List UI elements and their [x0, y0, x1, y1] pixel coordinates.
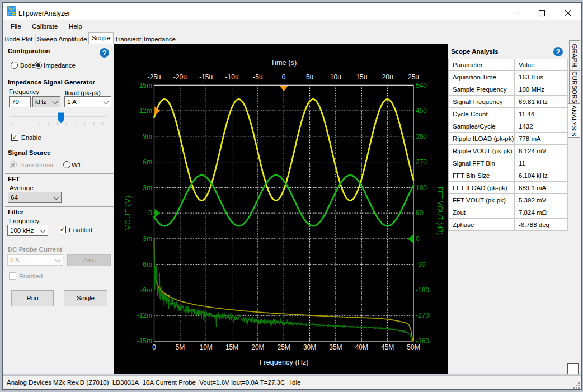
svg-text:40M: 40M [355, 343, 368, 351]
svg-text:9m: 9m [143, 133, 152, 140]
svg-text:-20u: -20u [173, 73, 187, 81]
svg-text:Frequency (Hz): Frequency (Hz) [259, 358, 308, 366]
svg-text:0: 0 [152, 343, 156, 351]
svg-text:15M: 15M [225, 343, 238, 351]
svg-text:20M: 20M [251, 343, 264, 351]
svg-text:450: 450 [416, 107, 427, 115]
svg-text:15m: 15m [139, 82, 152, 89]
svg-text:6m: 6m [143, 158, 152, 166]
svg-text:-6m: -6m [140, 261, 152, 268]
svg-text:-25u: -25u [147, 73, 161, 81]
svg-text:-15u: -15u [199, 73, 213, 81]
svg-text:-9m: -9m [140, 286, 152, 294]
svg-text:35M: 35M [329, 343, 342, 351]
svg-text:270: 270 [416, 158, 427, 166]
svg-text:5u: 5u [306, 73, 313, 81]
svg-text:0: 0 [148, 209, 152, 217]
svg-text:-12m: -12m [137, 311, 152, 319]
svg-text:-180: -180 [416, 286, 429, 294]
svg-text:12m: 12m [139, 107, 152, 115]
svg-text:15u: 15u [356, 73, 367, 81]
svg-text:360: 360 [416, 133, 427, 140]
svg-text:540: 540 [416, 82, 427, 89]
svg-text:FFT VOUT (dB): FFT VOUT (dB) [436, 187, 444, 235]
svg-text:5M: 5M [175, 343, 185, 351]
svg-text:10M: 10M [200, 343, 213, 351]
svg-text:30M: 30M [303, 343, 316, 351]
svg-text:25M: 25M [278, 343, 290, 351]
svg-text:25u: 25u [408, 73, 419, 81]
svg-text:-10u: -10u [225, 73, 239, 81]
svg-text:10u: 10u [330, 73, 341, 81]
svg-text:-3m: -3m [140, 235, 152, 243]
svg-text:-360: -360 [416, 337, 429, 345]
svg-text:3m: 3m [143, 184, 152, 192]
svg-text:45M: 45M [381, 343, 394, 351]
svg-text:VOUT (V): VOUT (V) [124, 195, 132, 230]
svg-text:-270: -270 [416, 311, 429, 319]
svg-text:0: 0 [282, 73, 286, 81]
svg-text:20u: 20u [382, 73, 393, 81]
svg-text:-15m: -15m [137, 337, 152, 345]
svg-text:90: 90 [416, 209, 424, 217]
svg-text:Time (s): Time (s) [271, 58, 297, 67]
svg-text:-90: -90 [416, 261, 426, 268]
svg-text:-5u: -5u [253, 73, 262, 81]
svg-text:0: 0 [416, 235, 420, 243]
svg-text:180: 180 [416, 184, 427, 192]
